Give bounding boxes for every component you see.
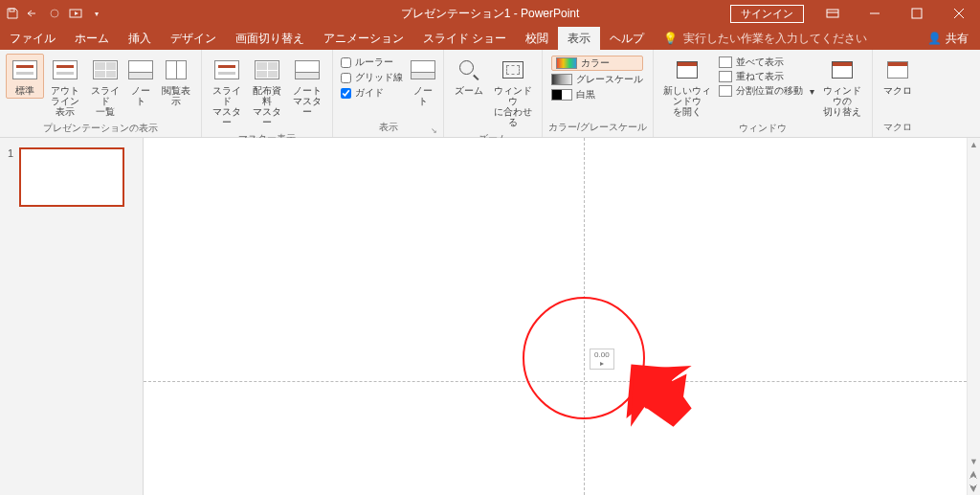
group-label-show[interactable]: 表示 <box>339 119 437 137</box>
signin-button[interactable]: サインイン <box>730 5 804 23</box>
next-slide-icon[interactable]: ⮟ <box>968 482 981 495</box>
tab-home[interactable]: ホーム <box>65 27 119 50</box>
slide-thumbnail-1[interactable]: 1 <box>8 147 135 207</box>
tab-review[interactable]: 校閲 <box>516 27 558 50</box>
scroll-up-icon[interactable]: ▲ <box>968 138 981 151</box>
switch-windows-button[interactable]: ウィンドウの 切り替え <box>818 54 866 120</box>
share-label: 共有 <box>946 31 969 47</box>
svg-rect-4 <box>912 9 922 18</box>
notes-page-button[interactable]: ノー ト <box>126 54 155 109</box>
new-window-button[interactable]: 新しいウィンドウ を開く <box>659 54 715 120</box>
group-macros: マクロ マクロ <box>872 50 923 137</box>
handout-master-button[interactable]: 配布資料 マスター <box>248 54 286 130</box>
group-label-color: カラー/グレースケール <box>548 119 647 137</box>
share-icon: 👤 <box>927 32 942 45</box>
group-show: ルーラー グリッド線 ガイド ノー ト 表示 <box>332 50 443 137</box>
group-zoom: ズーム ウィンドウ に合わせる ズーム <box>443 50 542 137</box>
tell-me-placeholder: 実行したい作業を入力してください <box>683 31 867 47</box>
group-label-window: ウィンドウ <box>659 120 866 138</box>
normal-view-button[interactable]: 標準 <box>6 54 44 99</box>
move-split-button[interactable]: 分割位置の移動 ▾ <box>717 84 816 98</box>
save-icon[interactable] <box>6 7 19 20</box>
macros-button[interactable]: マクロ <box>879 54 917 99</box>
ribbon-display-options-icon[interactable] <box>812 0 854 27</box>
group-label-macros: マクロ <box>879 119 917 137</box>
workspace: 1 0.00▸ ▲ ▼ ⮝ ⮟ <box>0 138 980 495</box>
group-presentation-views: 標準 アウトライン 表示 スライド 一覧 ノー ト 閲覧表示 プレゼンテーション… <box>0 50 201 137</box>
slide-master-button[interactable]: スライド マスター <box>208 54 246 130</box>
fit-to-window-button[interactable]: ウィンドウ に合わせる <box>490 54 536 130</box>
prev-slide-icon[interactable]: ⮝ <box>968 468 981 482</box>
arrange-all-button[interactable]: 並べて表示 <box>717 56 816 69</box>
window-title: プレゼンテーション1 - PowerPoint <box>401 6 580 22</box>
close-icon[interactable] <box>938 0 980 27</box>
ribbon: 標準 アウトライン 表示 スライド 一覧 ノー ト 閲覧表示 プレゼンテーション… <box>0 50 980 138</box>
redo-icon[interactable] <box>48 7 61 20</box>
zoom-button[interactable]: ズーム <box>450 54 488 99</box>
slide-thumbnail-pane[interactable]: 1 <box>0 138 144 495</box>
outline-view-button[interactable]: アウトライン 表示 <box>46 54 84 120</box>
share-button[interactable]: 👤 共有 <box>916 27 980 50</box>
guides-checkbox[interactable]: ガイド <box>341 86 403 100</box>
tab-design[interactable]: デザイン <box>161 27 226 50</box>
minimize-icon[interactable] <box>854 0 896 27</box>
slide-thumbnail-image[interactable] <box>19 147 124 207</box>
gridlines-checkbox[interactable]: グリッド線 <box>341 71 403 84</box>
tab-insert[interactable]: 挿入 <box>119 27 161 50</box>
group-window: 新しいウィンドウ を開く 並べて表示 重ねて表示 分割位置の移動 ▾ ウィンドウ… <box>653 50 872 137</box>
grayscale-mode-button[interactable]: グレースケール <box>551 73 643 86</box>
svg-rect-3 <box>827 10 838 17</box>
notes-toggle-button[interactable]: ノー ト <box>409 54 437 109</box>
tell-me[interactable]: 💡 実行したい作業を入力してください <box>654 27 877 50</box>
tab-transitions[interactable]: 画面切り替え <box>226 27 314 50</box>
tab-view[interactable]: 表示 <box>558 27 600 50</box>
tab-slideshow[interactable]: スライド ショー <box>413 27 516 50</box>
undo-icon[interactable] <box>27 7 40 20</box>
ruler-checkbox[interactable]: ルーラー <box>341 56 403 69</box>
slideshow-start-icon[interactable] <box>69 7 82 20</box>
lightbulb-icon: 💡 <box>663 32 678 45</box>
svg-point-1 <box>51 10 58 17</box>
slide-number: 1 <box>8 147 13 207</box>
svg-rect-0 <box>10 9 14 11</box>
annotation-arrow-icon <box>616 352 712 439</box>
tab-animations[interactable]: アニメーション <box>314 27 413 50</box>
quick-access-toolbar: ▾ <box>0 7 109 20</box>
qat-dropdown-icon[interactable]: ▾ <box>90 7 103 20</box>
slide-sorter-button[interactable]: スライド 一覧 <box>86 54 124 120</box>
tab-file[interactable]: ファイル <box>0 27 65 50</box>
notes-master-button[interactable]: ノート マスター <box>288 54 326 120</box>
group-label-presviews: プレゼンテーションの表示 <box>6 120 195 138</box>
scroll-down-icon[interactable]: ▼ <box>968 455 981 468</box>
vertical-scrollbar[interactable]: ▲ ▼ ⮝ ⮟ <box>967 138 980 495</box>
title-bar: ▾ プレゼンテーション1 - PowerPoint サインイン <box>0 0 980 27</box>
ribbon-tabs: ファイル ホーム 挿入 デザイン 画面切り替え アニメーション スライド ショー… <box>0 27 980 50</box>
color-mode-button[interactable]: カラー <box>551 56 643 71</box>
bw-mode-button[interactable]: 白黒 <box>551 88 643 101</box>
maximize-icon[interactable] <box>896 0 938 27</box>
slide-editor[interactable]: 0.00▸ ▲ ▼ ⮝ ⮟ <box>144 138 980 495</box>
tab-help[interactable]: ヘルプ <box>600 27 654 50</box>
reading-view-button[interactable]: 閲覧表示 <box>157 54 195 109</box>
cascade-button[interactable]: 重ねて表示 <box>717 70 816 83</box>
group-color: カラー グレースケール 白黒 カラー/グレースケール <box>542 50 653 137</box>
group-master-views: スライド マスター 配布資料 マスター ノート マスター マスター表示 <box>201 50 332 137</box>
